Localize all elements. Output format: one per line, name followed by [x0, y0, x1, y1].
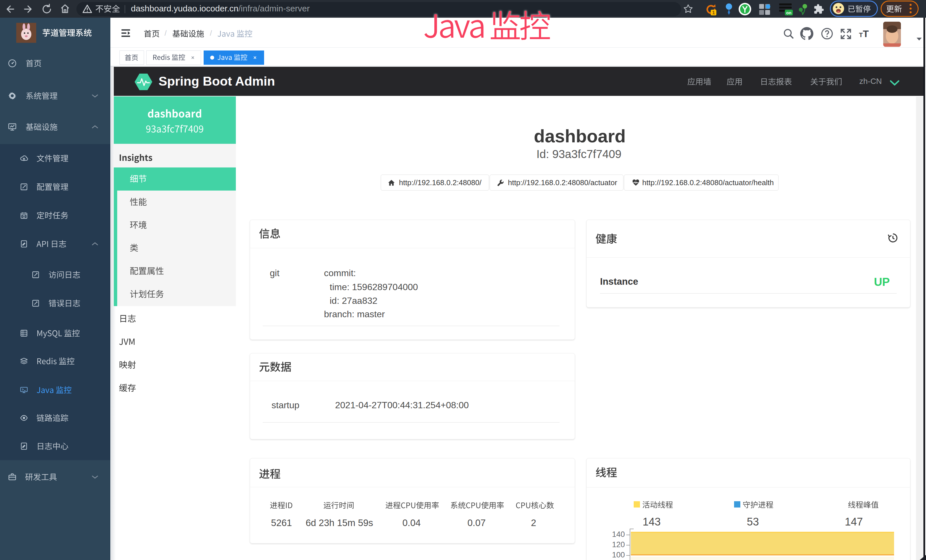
svg-text:on: on: [786, 10, 791, 15]
svg-text:1: 1: [712, 10, 715, 15]
